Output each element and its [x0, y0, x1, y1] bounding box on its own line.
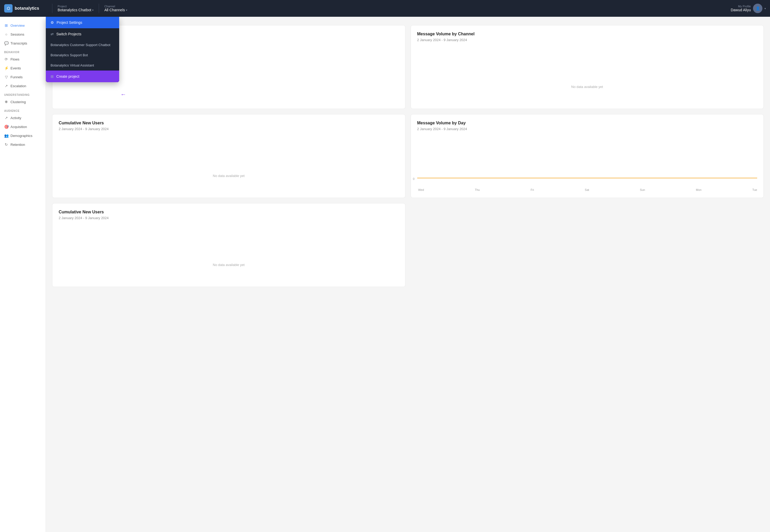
escalation-icon: ↗	[4, 84, 8, 88]
channel-dropdown[interactable]: Channel All Channels ▾	[101, 5, 130, 12]
behavior-section: BEHAVIOR	[0, 48, 46, 55]
switch-projects-item[interactable]: ⇄ Switch Projects	[46, 28, 119, 40]
layout: ⊞ Overview ○ Sessions 💬 Transcripts BEHA…	[0, 17, 770, 532]
sidebar-label-retention: Retention	[10, 143, 25, 147]
channel-value: All Channels ▾	[104, 8, 127, 12]
chart-area: 0 Wed Thu Fri Sat Sun Mon Tue	[417, 135, 757, 191]
card2-title: Cumulative New Users	[59, 210, 399, 214]
profile-label: My Profile	[731, 5, 751, 8]
sidebar-item-transcripts[interactable]: 💬 Transcripts	[0, 39, 46, 48]
sidebar-item-acquisition[interactable]: 🎯 Acquisition	[0, 122, 46, 131]
card1-title: Message Volume by Channel	[417, 32, 757, 36]
chevron-down-icon: ▾	[92, 9, 93, 12]
transcripts-icon: 💬	[4, 41, 8, 45]
project-label: Project	[58, 5, 93, 8]
sidebar: ⊞ Overview ○ Sessions 💬 Transcripts BEHA…	[0, 17, 46, 532]
card2-subtitle: 2 January 2024 - 9 January 2024	[59, 216, 399, 220]
sidebar-item-clustering[interactable]: ❋ Clustering	[0, 97, 46, 106]
cumulative-new-users-card: Cumulative New Users 2 January 2024 - 9 …	[52, 203, 406, 287]
sidebar-item-activity[interactable]: ↗ Activity	[0, 113, 46, 122]
sidebar-item-escalation[interactable]: ↗ Escalation	[0, 81, 46, 90]
x-label-3: Sat	[585, 188, 589, 191]
project-option-1[interactable]: Botanalytics Customer Support Chatbot	[46, 40, 119, 50]
card1-subtitle: 2 January 2024 - 9 January 2024	[417, 38, 757, 42]
settings-icon: ⚙	[51, 20, 54, 25]
card3-title: Message Volume by Day	[417, 121, 757, 125]
profile-info: My Profile Dawud Aliyu	[731, 5, 751, 12]
sidebar-label-transcripts: Transcripts	[10, 41, 27, 45]
sidebar-item-demographics[interactable]: 👥 Demographics	[0, 131, 46, 140]
header-divider-2	[99, 4, 99, 13]
x-label-2: Fri	[531, 188, 534, 191]
demographics-icon: 👥	[4, 134, 8, 138]
chart-line-container: 0	[417, 144, 757, 186]
sidebar-label-flows: Flows	[10, 57, 19, 61]
acquisition-icon: 🎯	[4, 125, 8, 129]
create-project-label: Create project	[56, 74, 79, 79]
retention-icon: ↻	[4, 142, 8, 147]
header-right: My Profile Dawud Aliyu 👤 ▾	[731, 4, 766, 13]
add-icon: ⊞	[51, 74, 54, 79]
message-volume-channel-card: Message Volume by Channel 2 January 2024…	[411, 25, 764, 109]
project-value: Botanalytics Chatbot ▾	[58, 8, 93, 12]
sessions-icon: ○	[4, 32, 8, 36]
logo-icon: ⬡	[4, 4, 13, 13]
app-name: botanalytics	[15, 6, 39, 11]
understanding-section: UNDERSTANDING	[0, 90, 46, 97]
sidebar-label-sessions: Sessions	[10, 32, 24, 36]
cards-grid: Message Volume by Channel 2 January 2024…	[52, 25, 764, 287]
sidebar-label-overview: Overview	[10, 24, 25, 27]
sidebar-label-activity: Activity	[10, 116, 21, 120]
card2-no-data: No data available yet	[213, 247, 245, 267]
events-icon: ⚡	[4, 66, 8, 70]
x-label-4: Sun	[640, 188, 645, 191]
sidebar-item-overview[interactable]: ⊞ Overview	[0, 21, 46, 30]
switch-icon: ⇄	[51, 32, 54, 36]
sidebar-label-acquisition: Acquisition	[10, 125, 27, 129]
sidebar-label-clustering: Clustering	[10, 100, 26, 104]
sidebar-item-flows[interactable]: ⟳ Flows	[0, 55, 46, 64]
clustering-icon: ❋	[4, 100, 8, 104]
channel-label: Channel	[104, 5, 127, 8]
activity-icon: ↗	[4, 116, 8, 120]
message-volume-day-card: Message Volume by Day 2 January 2024 - 9…	[411, 114, 764, 198]
chart-zero-line	[417, 178, 757, 178]
project-option-3[interactable]: Botanalytics Virtual Assistant	[46, 60, 119, 70]
funnels-icon: ▽	[4, 75, 8, 79]
arrow-indicator: ←	[120, 91, 126, 98]
x-label-6: Tue	[752, 188, 757, 191]
project-dropdown[interactable]: Project Botanalytics Chatbot ▾	[54, 5, 97, 12]
project-settings-label: Project Settings	[57, 20, 82, 25]
create-project-item[interactable]: ⊞ Create project	[46, 70, 119, 82]
sidebar-label-events: Events	[10, 66, 21, 70]
x-label-1: Thu	[475, 188, 480, 191]
sidebar-label-escalation: Escalation	[10, 84, 26, 88]
sidebar-item-events[interactable]: ⚡ Events	[0, 64, 46, 73]
sidebar-item-retention[interactable]: ↻ Retention	[0, 140, 46, 149]
card3-subtitle: 2 January 2024 - 9 January 2024	[417, 127, 757, 131]
profile-name: Dawud Aliyu	[731, 8, 751, 12]
x-label-0: Wed	[418, 188, 424, 191]
project-option-2[interactable]: Botanalytics Support Bot	[46, 50, 119, 60]
overview-icon: ⊞	[4, 23, 8, 27]
empty-left-card: Cumulative New Users 2 January 2024 - 9 …	[52, 114, 406, 198]
chevron-down-icon-2: ▾	[126, 9, 127, 12]
sidebar-item-funnels[interactable]: ▽ Funnels	[0, 73, 46, 81]
header-divider	[52, 4, 52, 13]
card2-subtitle-dup: 2 January 2024 - 9 January 2024	[59, 127, 399, 131]
sidebar-label-funnels: Funnels	[10, 75, 23, 79]
sidebar-label-demographics: Demographics	[10, 134, 32, 138]
avatar[interactable]: 👤	[753, 4, 762, 13]
flows-icon: ⟳	[4, 57, 8, 61]
card2-title-dup: Cumulative New Users	[59, 121, 399, 125]
chart-x-labels: Wed Thu Fri Sat Sun Mon Tue	[417, 188, 757, 191]
profile-chevron-icon[interactable]: ▾	[765, 7, 766, 10]
project-dropdown-menu: ⚙ Project Settings ⇄ Switch Projects Bot…	[46, 17, 119, 82]
logo-area[interactable]: ⬡ botanalytics	[4, 4, 50, 13]
card2-no-data-dup: No data available yet	[213, 158, 245, 178]
project-settings-item[interactable]: ⚙ Project Settings	[46, 17, 119, 28]
header: ⬡ botanalytics Project Botanalytics Chat…	[0, 0, 770, 17]
sidebar-item-sessions[interactable]: ○ Sessions	[0, 30, 46, 39]
main-content: ⚙ Project Settings ⇄ Switch Projects Bot…	[46, 17, 770, 532]
audience-section: AUDIENCE	[0, 106, 46, 113]
